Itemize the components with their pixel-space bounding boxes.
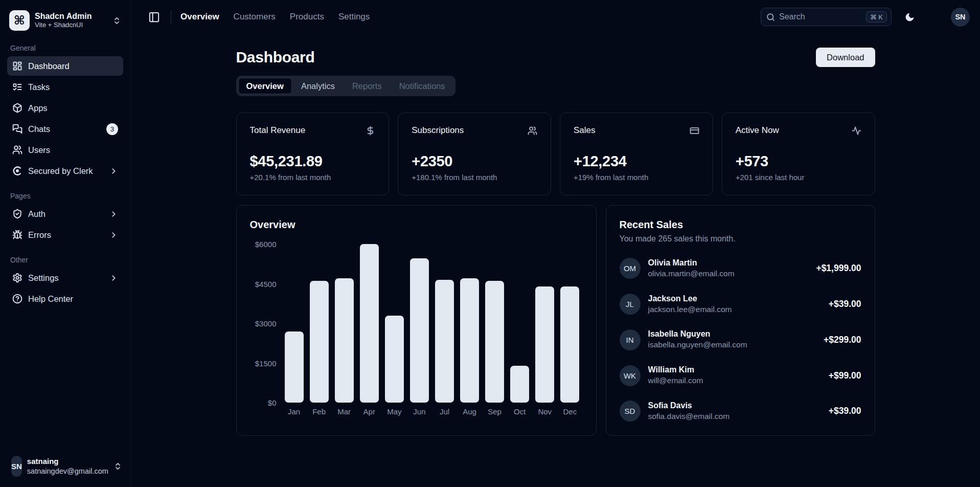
recent-sales-list: OMOlivia Martinolivia.martin@email.com+$… bbox=[620, 258, 861, 422]
help-circle-icon bbox=[12, 294, 22, 304]
sidebar-item-label: Secured by Clerk bbox=[28, 166, 104, 176]
avatar: SN bbox=[11, 456, 22, 477]
tab-reports: Reports bbox=[344, 78, 390, 94]
user-email: satnaingdev@gmail.com bbox=[27, 467, 108, 476]
app-name: Shadcn Admin bbox=[35, 11, 107, 21]
sale-customer-name: Sofia Davis bbox=[648, 401, 821, 411]
main-content: Dashboard Download OverviewAnalyticsRepo… bbox=[131, 34, 980, 487]
stat-card-value: +12,234 bbox=[574, 153, 699, 170]
download-button[interactable]: Download bbox=[816, 48, 875, 67]
users-icon bbox=[528, 126, 537, 136]
stat-card-header: Total Revenue bbox=[250, 125, 376, 136]
chevron-right-icon bbox=[109, 167, 118, 175]
sale-info: Olivia Martinolivia.martin@email.com bbox=[648, 258, 809, 279]
stat-card-change: +201 since last hour bbox=[736, 173, 861, 182]
profile-avatar-button[interactable]: SN bbox=[951, 8, 970, 27]
sidebar-item-secured-by-clerk[interactable]: Secured by Clerk bbox=[7, 161, 123, 181]
top-header: OverviewCustomersProductsSettings ⌘ K SN bbox=[131, 0, 980, 34]
avatar: IN bbox=[620, 329, 641, 350]
sale-customer-email: sofia.davis@email.com bbox=[648, 411, 821, 422]
theme-toggle-button[interactable] bbox=[900, 7, 919, 27]
sidebar-section-label: Other bbox=[10, 256, 120, 264]
sale-list-item: SDSofia Davissofia.davis@email.com+$39.0… bbox=[620, 401, 861, 422]
sale-customer-name: Jackson Lee bbox=[648, 294, 821, 304]
chevron-right-icon bbox=[109, 274, 118, 282]
header-nav-overview[interactable]: Overview bbox=[180, 12, 219, 22]
sidebar-item-auth[interactable]: Auth bbox=[7, 204, 123, 224]
sidebar-item-label: Chats bbox=[28, 124, 101, 134]
stat-card-value: +573 bbox=[736, 153, 861, 170]
sidebar-item-label: Settings bbox=[28, 273, 104, 283]
avatar: JL bbox=[620, 294, 641, 315]
user-menu-button[interactable]: SN satnaing satnaingdev@gmail.com bbox=[7, 453, 123, 480]
avatar: OM bbox=[620, 258, 641, 279]
chart-bar-apr bbox=[360, 244, 379, 403]
stat-card-header: Active Now bbox=[736, 125, 861, 136]
sale-customer-email: will@email.com bbox=[648, 375, 821, 386]
layout-dashboard-icon bbox=[12, 61, 22, 71]
sale-list-item: WKWilliam Kimwill@email.com+$99.00 bbox=[620, 365, 861, 386]
workspace-switcher[interactable]: ⌘ Shadcn Admin Vite + ShadcnUI bbox=[7, 8, 123, 33]
tab-analytics[interactable]: Analytics bbox=[293, 78, 343, 94]
x-axis-tick: Aug bbox=[460, 407, 479, 416]
avatar: WK bbox=[620, 365, 641, 386]
chart-x-axis: JanFebMarAprMayJunJulAugSepOctNovDec bbox=[282, 407, 583, 416]
stats-row: Total Revenue$45,231.89+20.1% from last … bbox=[236, 113, 875, 195]
x-axis-tick: May bbox=[385, 407, 404, 416]
sidebar-item-chats[interactable]: Chats3 bbox=[7, 119, 123, 139]
chart-title: Overview bbox=[250, 219, 583, 231]
stat-card-title: Active Now bbox=[736, 125, 779, 136]
header-nav-settings[interactable]: Settings bbox=[338, 12, 370, 22]
chart-bar-jan bbox=[285, 331, 304, 403]
sidebar-item-label: Dashboard bbox=[28, 61, 118, 71]
sale-list-item: OMOlivia Martinolivia.martin@email.com+$… bbox=[620, 258, 861, 279]
x-axis-tick: Mar bbox=[335, 407, 354, 416]
dashboard-tabs: OverviewAnalyticsReportsNotifications bbox=[236, 76, 455, 96]
sale-amount: +$299.00 bbox=[824, 335, 861, 345]
settings-button[interactable] bbox=[923, 7, 943, 27]
x-axis-tick: Jul bbox=[435, 407, 454, 416]
sidebar-item-dashboard[interactable]: Dashboard bbox=[7, 56, 123, 76]
y-axis-tick: $6000 bbox=[255, 240, 277, 249]
command-icon: ⌘ bbox=[14, 13, 25, 28]
y-axis-tick: $1500 bbox=[255, 359, 277, 367]
sidebar-item-users[interactable]: Users bbox=[7, 140, 123, 160]
search-box[interactable]: ⌘ K bbox=[761, 8, 892, 26]
stat-card-title: Subscriptions bbox=[412, 125, 464, 136]
stat-card-value: $45,231.89 bbox=[250, 153, 376, 170]
stat-card-change: +20.1% from last month bbox=[250, 173, 376, 182]
sale-info: Isabella Nguyenisabella.nguyen@email.com bbox=[648, 329, 816, 350]
sidebar-toggle-button[interactable] bbox=[144, 7, 164, 27]
sale-customer-email: jackson.lee@email.com bbox=[648, 304, 821, 315]
recent-sales-card: Recent Sales You made 265 sales this mon… bbox=[606, 205, 875, 436]
panel-left-icon bbox=[148, 11, 160, 23]
overview-chart-card: Overview $6000$4500$3000$1500$0 JanFebMa… bbox=[236, 205, 597, 436]
chart-bar-jul bbox=[435, 280, 454, 403]
search-input[interactable] bbox=[779, 12, 862, 21]
sidebar-item-label: Apps bbox=[28, 103, 118, 113]
header-nav-products[interactable]: Products bbox=[290, 12, 324, 22]
chevrons-up-down-icon bbox=[113, 462, 122, 471]
chevrons-up-down-icon bbox=[112, 16, 121, 25]
recent-sales-subtitle: You made 265 sales this month. bbox=[620, 234, 861, 243]
dollar-icon bbox=[366, 126, 375, 136]
sidebar-item-apps[interactable]: Apps bbox=[7, 98, 123, 118]
tab-notifications: Notifications bbox=[391, 78, 453, 94]
stat-card-header: Sales bbox=[574, 125, 699, 136]
chart-bar-may bbox=[385, 316, 404, 403]
tab-overview[interactable]: Overview bbox=[238, 78, 292, 94]
header-nav-customers[interactable]: Customers bbox=[234, 12, 276, 22]
sidebar-item-settings[interactable]: Settings bbox=[7, 268, 123, 287]
sidebar-section-label: Pages bbox=[10, 192, 120, 200]
sidebar-item-help-center[interactable]: Help Center bbox=[7, 289, 123, 308]
stat-card-value: +2350 bbox=[412, 153, 537, 170]
sidebar-nav: GeneralDashboardTasksAppsChats3UsersSecu… bbox=[7, 44, 123, 308]
sidebar-item-tasks[interactable]: Tasks bbox=[7, 77, 123, 97]
stat-card-change: +180.1% from last month bbox=[412, 173, 537, 182]
sidebar-item-errors[interactable]: Errors bbox=[7, 225, 123, 245]
sale-amount: +$39.00 bbox=[829, 299, 861, 309]
gear-icon bbox=[928, 12, 939, 23]
list-todo-icon bbox=[12, 82, 22, 92]
app-logo: ⌘ bbox=[9, 10, 30, 31]
chart-bar-feb bbox=[310, 281, 329, 403]
